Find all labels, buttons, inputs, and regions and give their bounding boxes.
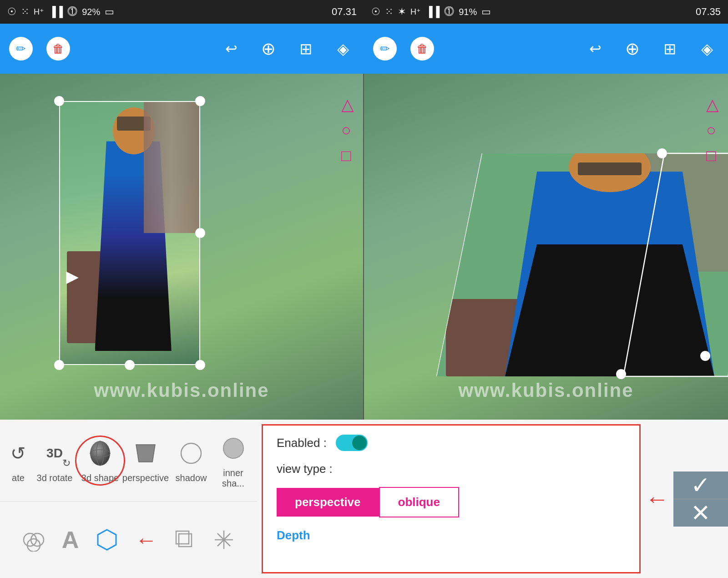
- bg-right: [364, 74, 728, 420]
- toolbars: ✏ 🗑 ↩ ⊕ ⊞ ◈ ✏ 🗑 ↩ ⊕ ⊞ ◈: [0, 24, 728, 74]
- handle-mr-left[interactable]: [195, 228, 205, 238]
- shadow-label: shadow: [176, 473, 207, 483]
- handle-bm-left[interactable]: [125, 360, 135, 370]
- undo-button-left[interactable]: ↩: [219, 37, 243, 61]
- handle-tr-left[interactable]: [195, 96, 205, 106]
- handle-tl-left[interactable]: [54, 96, 64, 106]
- rotate-icon: ↺: [10, 443, 26, 464]
- text-icon[interactable]: A: [62, 526, 79, 553]
- cancel-button[interactable]: ✕: [673, 499, 728, 527]
- svg-rect-23: [176, 531, 189, 544]
- edit-button-right[interactable]: ✏: [373, 37, 397, 61]
- sparkle-icon[interactable]: [212, 528, 235, 551]
- confirm-arrow: ←: [645, 485, 669, 512]
- action-buttons: ✓ ✕: [673, 472, 728, 527]
- layers-button-right[interactable]: ◈: [695, 37, 719, 61]
- status-bar-right: ☉ ⁙ ✶ H⁺ ▐▐ ⓵ 91% ▭ 07.35: [364, 0, 728, 24]
- confirm-button[interactable]: ✓: [673, 472, 728, 499]
- handle-bm-right[interactable]: [700, 351, 710, 361]
- perspective-button[interactable]: perspective: [277, 488, 379, 517]
- square-icon-left[interactable]: □: [341, 147, 354, 164]
- inner-shadow-svg-icon: [220, 435, 247, 461]
- shadow-icon-wrap: [175, 437, 207, 469]
- wifi-icon: ☉: [7, 6, 16, 18]
- bottom-tools-left: ↺ ate 3D ↻ 3d rotate: [0, 420, 257, 578]
- canvas-left: ◀ △ ○ □ www.kubis.online: [0, 74, 364, 420]
- view-type-buttons: perspective oblique: [277, 487, 626, 517]
- enabled-row: Enabled :: [277, 435, 626, 451]
- signal-bars-right: ▐▐: [425, 6, 440, 18]
- action-area: ← ✓ ✕: [645, 420, 728, 578]
- tool-shadow[interactable]: shadow: [168, 433, 214, 488]
- lte-icon: ⓵: [67, 6, 77, 18]
- perspective-icon-wrap: [130, 437, 162, 469]
- settings-panel: Enabled : view type : perspective obliqu…: [262, 424, 641, 573]
- grid-button-right[interactable]: ⊞: [658, 37, 682, 61]
- battery-percent-left: 92%: [82, 7, 100, 17]
- tool-perspective[interactable]: perspective: [123, 433, 168, 488]
- shape-icon-bottom[interactable]: [95, 528, 119, 552]
- duplicate-svg: [173, 528, 196, 551]
- perspective-svg-icon: [132, 440, 159, 466]
- rotate-icon-wrap: ↺: [5, 437, 32, 469]
- signal-bars-left: ▐▐: [49, 6, 63, 18]
- svg-marker-21: [98, 530, 116, 550]
- duplicate-icon[interactable]: [173, 528, 196, 551]
- blend-icon[interactable]: [22, 528, 46, 552]
- status-bar-left: ☉ ⁙ H⁺ ▐▐ ⓵ 92% ▭ 07.31: [0, 0, 364, 24]
- svg-point-15: [181, 443, 201, 463]
- time-right: 07.35: [696, 6, 721, 18]
- canvas-area: ◀ △ ○ □ www.kubis.online: [0, 74, 728, 420]
- circle-icon-left[interactable]: ○: [341, 122, 354, 138]
- oblique-button[interactable]: oblique: [379, 487, 459, 517]
- tool-inner-shadow[interactable]: inner sha...: [214, 428, 253, 493]
- tools-row: ↺ ate 3D ↻ 3d rotate: [0, 420, 257, 502]
- bb-icon: ⁙: [21, 6, 29, 18]
- edit-button-left[interactable]: ✏: [9, 37, 33, 61]
- time-left: 07.31: [332, 6, 357, 18]
- battery-percent-right: 91%: [459, 7, 477, 17]
- wifi-icon-r: ☉: [371, 6, 380, 18]
- blend-svg: [22, 528, 46, 552]
- enabled-toggle[interactable]: [336, 435, 368, 451]
- grid-button-left[interactable]: ⊞: [294, 37, 318, 61]
- shadow-svg-icon: [178, 440, 204, 466]
- status-bar-left-icons: ☉ ⁙ H⁺ ▐▐ ⓵ 92% ▭: [7, 6, 114, 18]
- bottom-area: ↺ ate 3D ↻ 3d rotate: [0, 420, 728, 578]
- shape-icons-right: △ ○ □: [706, 96, 719, 164]
- triangle-icon-right[interactable]: △: [706, 96, 719, 113]
- tool-rotate[interactable]: ↺ ate: [5, 433, 32, 488]
- left-arrow-handle[interactable]: ◀: [66, 269, 79, 289]
- cancel-icon: ✕: [691, 499, 711, 527]
- handle-br-left[interactable]: [195, 360, 205, 370]
- square-icon-right[interactable]: □: [706, 147, 719, 164]
- status-time-left: 07.31: [332, 6, 357, 18]
- 3d-rotate-icon: 3D: [46, 446, 63, 461]
- tool-3d-rotate[interactable]: 3D ↻ 3d rotate: [32, 433, 77, 488]
- delete-button-left[interactable]: 🗑: [46, 37, 70, 61]
- status-bar-right-icons: ☉ ⁙ ✶ H⁺ ▐▐ ⓵ 91% ▭: [371, 6, 491, 18]
- triangle-icon-left[interactable]: △: [341, 96, 354, 113]
- handle-bl-right[interactable]: [616, 369, 626, 379]
- signal-icon-r: H⁺: [410, 7, 421, 17]
- undo-button-right[interactable]: ↩: [583, 37, 607, 61]
- lte-icon-r: ⓵: [444, 6, 454, 18]
- shape-icons-left: △ ○ □: [341, 96, 354, 164]
- bt-icon: ✶: [398, 6, 406, 18]
- zoom-button-left[interactable]: ⊕: [257, 37, 280, 61]
- 3d-rotate-label: 3d rotate: [37, 473, 73, 483]
- sparkle-svg: [212, 528, 235, 551]
- perspective-label: perspective: [122, 473, 169, 483]
- layers-button-left[interactable]: ◈: [331, 37, 355, 61]
- delete-button-right[interactable]: 🗑: [410, 37, 434, 61]
- zoom-button-right[interactable]: ⊕: [621, 37, 644, 61]
- depth-label: Depth: [277, 528, 310, 543]
- signal-icon: H⁺: [34, 7, 44, 17]
- depth-row: Depth: [277, 528, 626, 543]
- red-arrow-bottom: ←: [135, 527, 157, 553]
- tool-3d-shape[interactable]: 3d shape: [77, 433, 123, 488]
- battery-icon-right: ▭: [481, 6, 491, 18]
- handle-bl-left[interactable]: [54, 360, 64, 370]
- circle-icon-right[interactable]: ○: [706, 122, 719, 138]
- handle-tl-right[interactable]: [657, 148, 667, 158]
